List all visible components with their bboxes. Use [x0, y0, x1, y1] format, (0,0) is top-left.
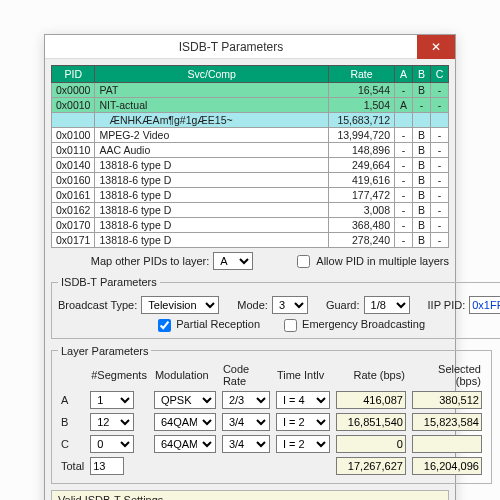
status-text: Valid ISDB-T Settings — [51, 490, 449, 500]
col-timeintlv: Time Intlv — [273, 361, 333, 389]
layer-fieldset: Layer Parameters #Segments Modulation Co… — [51, 345, 492, 484]
layer-rate-value — [336, 413, 406, 431]
table-row[interactable]: 0x017013818-6 type D368,480-B- — [52, 218, 449, 233]
table-row[interactable]: 0x014013818-6 type D249,664-B- — [52, 158, 449, 173]
layer-mod-select[interactable]: 64QAM — [154, 413, 216, 431]
layer-time-select[interactable]: I = 2 — [276, 435, 330, 453]
close-icon[interactable]: ✕ — [417, 35, 455, 59]
table-row[interactable]: 0x016013818-6 type D419,616-B- — [52, 173, 449, 188]
pid-table-header[interactable]: PID — [52, 66, 95, 83]
layer-mod-select[interactable]: QPSK — [154, 391, 216, 409]
table-row[interactable]: 0x016213818-6 type D3,008-B- — [52, 203, 449, 218]
layer-code-select[interactable]: 3/4 — [222, 435, 270, 453]
table-row[interactable]: 0x0000PAT16,544-B- — [52, 83, 449, 98]
col-modulation: Modulation — [151, 361, 219, 389]
isdbt-fieldset: ISDB-T Parameters Broadcast Type: Televi… — [51, 276, 500, 339]
titlebar: ISDB-T Parameters ✕ — [45, 35, 455, 59]
layer-row: B1264QAM3/4I = 2 — [58, 411, 485, 433]
pid-table-header[interactable]: Rate — [329, 66, 395, 83]
table-row[interactable]: 0x016113818-6 type D177,472-B- — [52, 188, 449, 203]
broadcast-type-label: Broadcast Type: — [58, 299, 137, 311]
emergency-checkbox[interactable] — [284, 319, 297, 332]
table-row[interactable]: 0x017113818-6 type D278,240-B- — [52, 233, 449, 248]
partial-reception-checkbox[interactable] — [158, 319, 171, 332]
mode-label: Mode: — [237, 299, 268, 311]
allow-multi-label: Allow PID in multiple layers — [316, 255, 449, 267]
isdbt-legend: ISDB-T Parameters — [58, 276, 160, 288]
pid-table[interactable]: PIDSvc/CompRateABC 0x0000PAT16,544-B-0x0… — [51, 65, 449, 248]
iip-pid-input[interactable] — [469, 296, 500, 314]
window-title: ISDB-T Parameters — [45, 40, 417, 54]
layer-sel-value — [412, 435, 482, 453]
layer-row: A1QPSK2/3I = 4 — [58, 389, 485, 411]
guard-label: Guard: — [326, 299, 360, 311]
pid-table-header[interactable]: A — [395, 66, 413, 83]
pid-table-header[interactable]: Svc/Comp — [95, 66, 329, 83]
total-selected — [412, 457, 482, 475]
layer-sel-value — [412, 391, 482, 409]
layer-seg-select[interactable]: 12 — [90, 413, 134, 431]
layer-code-select[interactable]: 3/4 — [222, 413, 270, 431]
layer-sel-value — [412, 413, 482, 431]
map-pids-label: Map other PIDs to layer: — [91, 255, 210, 267]
table-row[interactable]: 0x0110AAC Audio148,896-B- — [52, 143, 449, 158]
map-layer-select[interactable]: A — [213, 252, 253, 270]
col-coderate: Code Rate — [219, 361, 273, 389]
layer-row: C064QAM3/4I = 2 — [58, 433, 485, 455]
layer-rate-value — [336, 435, 406, 453]
emergency-label: Emergency Broadcasting — [302, 318, 425, 330]
layer-code-select[interactable]: 2/3 — [222, 391, 270, 409]
allow-multi-checkbox[interactable] — [297, 255, 310, 268]
layer-mod-select[interactable]: 64QAM — [154, 435, 216, 453]
layer-legend: Layer Parameters — [58, 345, 151, 357]
table-row[interactable]: ÆNHKÆAm¶g#1gÆE15~15,683,712 — [52, 113, 449, 128]
total-segments — [90, 457, 124, 475]
layer-time-select[interactable]: I = 2 — [276, 413, 330, 431]
broadcast-type-select[interactable]: Television — [141, 296, 219, 314]
iip-pid-label: IIP PID: — [428, 299, 466, 311]
partial-reception-label: Partial Reception — [176, 318, 260, 330]
mode-select[interactable]: 3 — [272, 296, 308, 314]
table-row[interactable]: 0x0010NIT-actual1,504A-- — [52, 98, 449, 113]
col-rate: Rate (bps) — [333, 361, 409, 389]
layer-seg-select[interactable]: 1 — [90, 391, 134, 409]
layer-seg-select[interactable]: 0 — [90, 435, 134, 453]
layer-rate-value — [336, 391, 406, 409]
pid-table-header[interactable]: B — [413, 66, 431, 83]
layer-time-select[interactable]: I = 4 — [276, 391, 330, 409]
table-row[interactable]: 0x0100MPEG-2 Video13,994,720-B- — [52, 128, 449, 143]
total-rate — [336, 457, 406, 475]
col-segments: #Segments — [87, 361, 151, 389]
col-selected: Selected (bps) — [409, 361, 485, 389]
pid-table-header[interactable]: C — [431, 66, 449, 83]
isdbt-window: ISDB-T Parameters ✕ PIDSvc/CompRateABC 0… — [44, 34, 456, 500]
guard-select[interactable]: 1/8 — [364, 296, 410, 314]
total-label: Total — [58, 455, 87, 477]
